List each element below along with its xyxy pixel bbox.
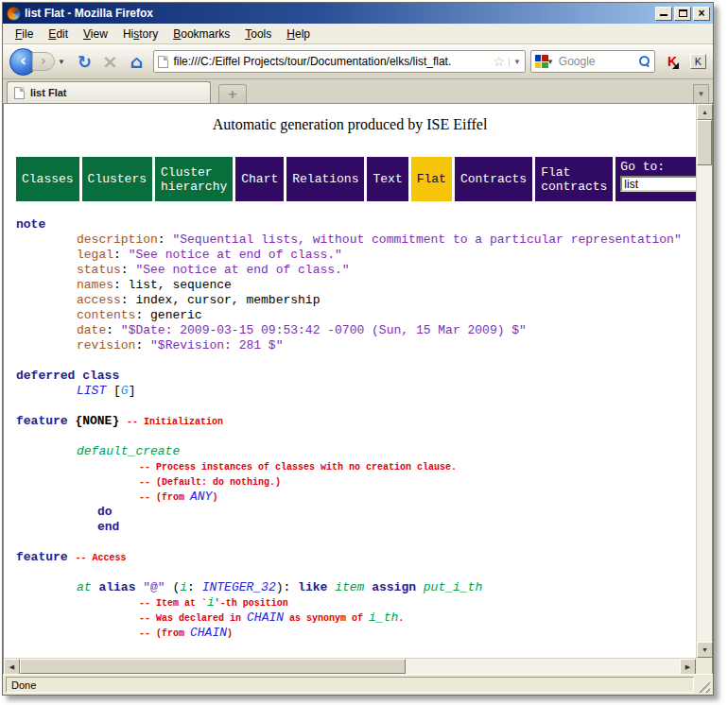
code-line [16,399,696,414]
page-icon [158,56,168,68]
nav-button-relations[interactable]: Relations [286,157,364,201]
reload-button[interactable]: ↻ [78,52,92,72]
vertical-scrollbar[interactable]: ▲ ▼ [696,104,712,658]
new-tab-button[interactable]: + [218,84,247,103]
code-line: LIST [G] [16,384,696,399]
menu-history[interactable]: History [116,26,165,43]
vertical-scroll-thumb[interactable] [697,120,712,165]
nav-button-text[interactable]: Text [367,157,407,201]
menu-edit[interactable]: Edit [42,26,75,43]
code-line: -- Was declared in CHAIN as synonym of i… [16,610,696,626]
goto-block: Go to: [615,157,696,201]
code-line: -- Item at `i'-th position [16,595,696,610]
firefox-window: list Flat - Mozilla Firefox × FileEditVi… [2,2,714,696]
address-bar[interactable]: file:///C:/Eiffel Projects/tour/Document… [153,50,525,73]
list-all-tabs-button[interactable]: ▼ [693,84,709,103]
code-line: -- (from CHAIN) [16,626,696,641]
code-line: status: "See notice at end of class." [16,263,696,278]
code-line: at alias "@" (i: INTEGER_32): like item … [16,580,696,595]
minimize-icon [660,9,667,16]
menu-bar: FileEditViewHistoryBookmarksToolsHelp [3,24,713,44]
tab-label: list Flat [30,87,67,98]
close-icon: × [698,9,704,18]
code-line: description: "Sequential lists, without … [16,232,696,248]
code-line: -- Process instances of classes with no … [16,459,696,474]
horizontal-scroll-thumb[interactable] [20,659,406,674]
code-line: end [16,520,696,535]
code-block: notedescription: "Sequential lists, with… [16,217,696,641]
tab-list-flat[interactable]: list Flat [7,81,211,103]
code-line: legal: "See notice at end of class." [16,248,696,263]
tab-strip: list Flat + ▼ [3,79,713,104]
search-box[interactable]: ▼ [530,50,655,73]
maximize-icon [679,9,687,17]
code-line: contents: generic [16,308,696,323]
code-line: feature {NONE} -- Initialization [16,414,696,429]
tab-page-icon [14,87,25,99]
code-line: revision: "$Revision: 281 $" [16,338,696,353]
search-engine-dropdown-icon[interactable]: ▼ [546,58,554,66]
scroll-left-button[interactable]: ◀ [4,659,20,675]
bookmark-star-icon[interactable]: ☆ [493,55,505,68]
page-content: Automatic generation produced by ISE Eif… [4,104,696,658]
stop-button[interactable]: × [102,52,118,71]
status-bar: Done [3,674,713,695]
nav-button-flat[interactable]: Flat [411,157,452,201]
menu-help[interactable]: Help [280,26,317,43]
nav-button-contracts[interactable]: Contracts [455,157,532,201]
navigation-toolbar: ‹ › ▼ ↻ × ⌂ file:///C:/Eiffel Projects/t… [3,44,713,79]
menu-bookmarks[interactable]: Bookmarks [166,26,236,43]
code-line: names: list, sequence [16,278,696,293]
horizontal-scroll-track[interactable] [406,659,680,674]
doc-nav-button-row: ClassesClustersCluster hierarchyChartRel… [16,157,696,201]
goto-label: Go to: [620,160,696,174]
page-title: Automatic generation produced by ISE Eif… [4,116,696,133]
window-title: list Flat - Mozilla Firefox [25,7,653,20]
scroll-right-button[interactable]: ▶ [680,659,696,675]
goto-input[interactable] [620,176,696,192]
forward-button[interactable]: › [32,52,55,71]
firefox-icon [7,7,21,21]
code-line: date: "$Date: 2009-03-15 09:53:42 -0700 … [16,323,696,338]
url-text[interactable]: file:///C:/Eiffel Projects/tour/Document… [173,55,488,68]
code-line: default_create [16,444,696,459]
scroll-down-button[interactable]: ▼ [697,642,713,658]
scroll-up-button[interactable]: ▲ [697,104,713,120]
browser-content: Automatic generation produced by ISE Eif… [3,104,713,674]
nav-button-clusters[interactable]: Clusters [82,157,152,201]
menu-view[interactable]: View [77,26,114,43]
horizontal-scrollbar[interactable]: ◀ ▶ [4,658,696,674]
code-line: -- (Default: do nothing.) [16,474,696,490]
code-line: access: index, cursor, membership [16,293,696,308]
code-line: do [16,505,696,520]
address-dropdown-icon[interactable]: ▼ [509,58,521,66]
nav-button-cluster-hierarchy[interactable]: Cluster hierarchy [155,157,233,201]
nav-button-classes[interactable]: Classes [16,157,79,201]
resize-grip[interactable] [697,679,710,693]
code-line [16,353,696,369]
title-bar: list Flat - Mozilla Firefox × [3,3,713,24]
menu-tools[interactable]: Tools [238,26,278,43]
code-line: -- (from ANY) [16,490,696,505]
search-input[interactable] [557,54,636,69]
code-line: note [16,217,696,232]
nav-button-flat-contracts[interactable]: Flat contracts [535,157,613,201]
maximize-button[interactable] [674,7,691,21]
menu-file[interactable]: File [9,26,40,43]
scrollbar-corner [696,658,712,674]
minimize-button[interactable] [655,7,672,21]
home-button[interactable]: ⌂ [130,53,144,71]
kaspersky-icon[interactable]: K [667,55,677,68]
k-addon-button[interactable]: K [690,54,706,69]
nav-button-chart[interactable]: Chart [235,157,284,201]
close-button[interactable]: × [693,7,710,21]
search-magnifier-icon[interactable] [639,56,650,67]
history-dropdown-icon[interactable]: ▼ [58,58,65,66]
code-line [16,565,696,580]
code-line: feature -- Access [16,550,696,565]
status-text: Done [6,677,694,693]
code-line: deferred class [16,369,696,384]
code-line [16,429,696,444]
code-line [16,535,696,550]
vertical-scroll-track[interactable] [697,165,712,642]
